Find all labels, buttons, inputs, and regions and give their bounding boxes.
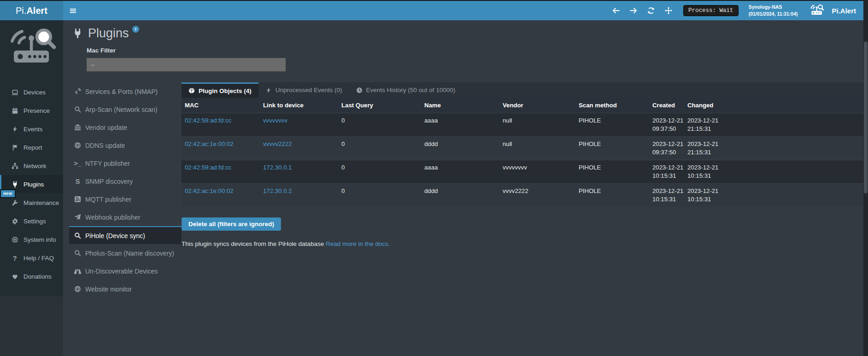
delete-all-button[interactable]: Delete all (filters are ignored) [182,217,281,231]
plugin-nav-item-ddns-update[interactable]: DDNS update [69,136,182,154]
sidebar-item-network[interactable]: Network [0,157,63,175]
sidebar-item-settings[interactable]: Settings [0,212,63,230]
sidebar-item-donations[interactable]: Donations [0,267,63,286]
plugin-nav-item-vendor-update[interactable]: Vendor update [69,118,182,136]
sitemap-icon [11,163,18,169]
device-link[interactable]: 172.30.0.1 [263,164,292,171]
plugin-nav-item-mqtt-publisher[interactable]: MQTT publisher [69,190,182,208]
sidebar-item-help-faq[interactable]: ?Help / FAQ [0,249,63,267]
scrollbar-thumb[interactable] [864,41,868,193]
plugin-nav-item-webhook-publisher[interactable]: Webhook publisher [69,208,182,226]
last-query-cell: 0 [338,140,421,148]
mac-link[interactable]: 02:42:59:ad:fd:cc [185,164,231,171]
created-time: 10:15:31 [652,172,684,180]
plug-icon [72,28,83,39]
sidebar-item-label: Help / FAQ [23,255,54,262]
bolt-icon [11,126,18,133]
plugin-nav-item-website-monitor[interactable]: Website monitor [69,280,182,298]
plugin-description-text: This plugin syncs devices from the PiHol… [182,240,324,247]
refresh-icon[interactable] [645,7,657,14]
plugin-nav-item-arp-scan-network-scan[interactable]: Arp-Scan (Network scan) [69,100,182,118]
plugin-nav-item-label: MQTT publisher [85,196,131,203]
bank-icon [74,124,82,131]
created-date: 2023-12-21 [652,187,684,195]
last-query-cell: 0 [338,117,421,125]
created-date: 2023-12-21 [652,163,684,172]
sidebar-menu: DevicesPresenceEventsReportNetworkPlugin… [0,83,63,286]
pialert-router-icon [0,20,63,77]
plugin-nav-item-label: Webhook publisher [85,214,141,221]
changed-cell: 2023-12-2121:15:31 [684,140,863,157]
column-header-last-query: Last Query [338,102,421,109]
created-date: 2023-12-21 [652,117,684,125]
created-time: 09:37:50 [652,148,684,157]
created-time: 09:37:50 [652,125,684,133]
name-cell: dddd [421,187,499,195]
sidebar-item-events[interactable]: Events [0,120,63,138]
search-icon [74,232,82,239]
device-link[interactable]: 172.30.0.2 [263,187,292,194]
mac-link[interactable]: 02:42:59:ad:fd:cc [185,117,231,124]
page-scrollbar[interactable] [863,0,868,356]
plugin-nav-item-label: Vendor update [85,124,127,131]
sidebar-item-presence[interactable]: Presence [0,101,63,120]
plugin-nav-item-un-discoverable-devices[interactable]: Un-Discoverable Devices [69,262,182,280]
paper-plane-icon [74,214,82,221]
mac-link[interactable]: 02:42:ac:1e:00:02 [185,140,234,147]
plugin-nav-item-label: SNMP discovery [85,178,133,185]
arrow-right-icon[interactable] [628,7,639,14]
hamburger-icon[interactable] [70,7,76,14]
sidebar-item-maintenance[interactable]: NEWMaintenance [0,193,63,212]
host-name: Synology-NAS [749,4,798,11]
mac-link[interactable]: 02:42:ac:1e:00:02 [185,187,234,194]
table-header: MACLink to deviceLast QueryNameVendorSca… [182,98,863,113]
docs-link[interactable]: Read more in the docs. [326,240,390,247]
sidebar-item-system-info[interactable]: System info [0,230,63,249]
link-to-device-cell: vvvvv2222 [260,140,338,148]
app-logo[interactable]: Pi.Alert [0,1,63,20]
sidebar-item-label: Plugins [23,181,44,188]
main-content: Plugins ? Mac Filter -- Services & Ports… [63,20,863,356]
heart-icon [11,273,18,280]
help-badge[interactable]: ? [132,26,139,33]
sidebar: DevicesPresenceEventsReportNetworkPlugin… [0,20,63,296]
host-info: Synology-NAS (01/01/2024, 11:31:04) [749,4,798,18]
changed-time: 10:15:31 [687,195,863,204]
plugin-nav-item-label: Pholus-Scan (Name discovery) [85,250,174,257]
brand-suffix: Alert [26,6,47,16]
changed-time: 21:15:31 [687,148,863,157]
plugin-nav-item-pholus-scan-name-discovery[interactable]: Pholus-Scan (Name discovery) [69,244,182,262]
move-icon[interactable] [663,7,674,14]
question-icon: ? [11,255,18,262]
sidebar-item-label: Maintenance [23,199,59,206]
tab-unprocessed-events-0[interactable]: Unprocessed Events (0) [258,82,349,98]
plugin-nav-item-pihole-device-sync[interactable]: PiHole (Device sync) [69,226,182,244]
name-cell: aaaa [421,163,499,172]
arrow-left-icon[interactable] [610,7,622,14]
tab-plugin-objects-4[interactable]: Plugin Objects (4) [182,82,258,98]
created-cell: 2023-12-2109:37:50 [649,140,684,157]
link-to-device-cell: vvvvvvvv [260,117,338,125]
new-badge: NEW [0,189,16,198]
plugin-panel: Plugin Objects (4)Unprocessed Events (0)… [182,82,863,298]
changed-cell: 2023-12-2110:15:31 [684,187,863,204]
mac-cell: 02:42:ac:1e:00:02 [182,187,260,195]
device-link[interactable]: vvvvvvvv [263,117,287,124]
sidebar-item-report[interactable]: Report [0,138,63,157]
table-row: 02:42:59:ad:fd:ccvvvvvvvv0aaaanullPIHOLE… [182,113,863,136]
flag-icon [11,144,18,151]
page-title-text: Plugins [88,25,129,41]
plugin-nav-item-snmp-discovery[interactable]: SSNMP discovery [69,172,182,190]
terminal-icon: >_ [74,160,82,167]
changed-time: 21:15:31 [687,125,863,133]
tab-events-history-50-out-of-10000[interactable]: Events History (50 out of 10000) [349,82,463,98]
sidebar-item-label: Devices [23,89,46,96]
device-link[interactable]: vvvvv2222 [263,140,292,147]
created-date: 2023-12-21 [652,140,684,148]
plugin-nav-item-services-ports-nmap[interactable]: Services & Ports (NMAP) [69,82,182,100]
last-query-cell: 0 [338,187,421,195]
mac-filter-input[interactable]: -- [87,58,286,71]
plugin-nav-item-ntfy-publisher[interactable]: >_NTFY publisher [69,154,182,172]
plugin-nav-item-label: PiHole (Device sync) [85,232,145,239]
sidebar-item-devices[interactable]: Devices [0,83,63,101]
